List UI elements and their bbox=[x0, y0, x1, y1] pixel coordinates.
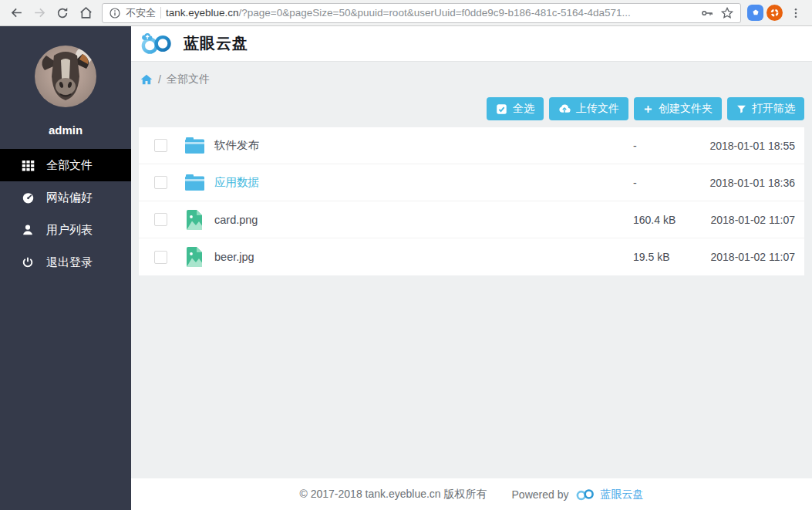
file-size: - bbox=[633, 177, 678, 189]
footer-brand-link[interactable]: 蓝眼云盘 bbox=[575, 488, 643, 502]
copyright-text: © 2017-2018 tank.eyeblue.cn 版权所有 bbox=[300, 488, 487, 502]
breadcrumb: / 全部文件 bbox=[139, 73, 804, 86]
row-checkbox[interactable] bbox=[154, 176, 167, 189]
back-button[interactable] bbox=[6, 3, 26, 23]
extension-orange-glyph bbox=[769, 7, 780, 19]
home-breadcrumb-icon[interactable] bbox=[140, 73, 153, 86]
file-row-folder-1[interactable]: 软件发布 - 2018-01-01 18:55 bbox=[139, 127, 804, 164]
breadcrumb-separator: / bbox=[158, 73, 161, 86]
bookmark-star-icon[interactable] bbox=[720, 6, 734, 20]
address-separator bbox=[160, 7, 161, 19]
file-name[interactable]: beer.jpg bbox=[214, 251, 633, 263]
file-name[interactable]: 软件发布 bbox=[214, 138, 633, 153]
file-list: 软件发布 - 2018-01-01 18:55 应用数据 - 2018-01-0… bbox=[139, 127, 804, 275]
grid-icon bbox=[21, 159, 35, 172]
url-domain: tank.eyeblue.cn bbox=[166, 7, 239, 19]
upload-file-button[interactable]: 上传文件 bbox=[549, 97, 628, 120]
browser-toolbar: 不安全 tank.eyeblue.cn/?page=0&pageSize=50&… bbox=[0, 0, 812, 26]
open-filter-button[interactable]: 打开筛选 bbox=[727, 97, 804, 120]
select-all-label: 全选 bbox=[513, 102, 534, 116]
plus-icon bbox=[643, 104, 653, 114]
main-area: 蓝眼云盘 / 全部文件 全选 上传文件 创建文件夹 bbox=[131, 26, 812, 510]
row-checkbox[interactable] bbox=[154, 251, 167, 264]
address-bar[interactable]: 不安全 tank.eyeblue.cn/?page=0&pageSize=50&… bbox=[102, 3, 741, 23]
avatar[interactable] bbox=[35, 46, 96, 107]
cloud-upload-icon bbox=[558, 103, 571, 115]
create-folder-label: 创建文件夹 bbox=[659, 102, 713, 116]
app-window: admin 全部文件 网站偏好 用户列表 bbox=[0, 26, 812, 510]
powered-by-text: Powered by bbox=[512, 488, 569, 501]
upload-file-label: 上传文件 bbox=[576, 102, 619, 116]
dashboard-icon bbox=[21, 191, 35, 204]
file-name[interactable]: 应用数据 bbox=[214, 175, 633, 190]
username-label: admin bbox=[0, 123, 131, 137]
footer-logo-icon bbox=[575, 488, 596, 501]
content-area: / 全部文件 全选 上传文件 创建文件夹 打开筛选 bbox=[131, 62, 812, 478]
sidebar-item-user-list[interactable]: 用户列表 bbox=[0, 214, 131, 246]
refresh-button[interactable] bbox=[52, 3, 72, 23]
file-date: 2018-01-02 11:07 bbox=[709, 251, 795, 263]
back-arrow-icon bbox=[9, 5, 24, 20]
file-size: 19.5 kB bbox=[633, 251, 678, 263]
open-filter-label: 打开筛选 bbox=[752, 102, 795, 116]
footer: © 2017-2018 tank.eyeblue.cn 版权所有 Powered… bbox=[131, 478, 812, 510]
extension-blue-icon[interactable] bbox=[747, 5, 763, 21]
select-all-button[interactable]: 全选 bbox=[487, 97, 544, 120]
file-name[interactable]: card.png bbox=[214, 214, 633, 226]
extension-blue-glyph bbox=[751, 8, 760, 18]
goat-avatar-image bbox=[35, 46, 96, 107]
extension-orange-icon[interactable] bbox=[767, 5, 783, 21]
file-date: 2018-01-01 18:55 bbox=[709, 140, 795, 152]
sidebar-item-label: 用户列表 bbox=[46, 223, 93, 238]
sidebar-menu: 全部文件 网站偏好 用户列表 退出登录 bbox=[0, 149, 131, 279]
sidebar: admin 全部文件 网站偏好 用户列表 bbox=[0, 26, 131, 510]
browser-menu-button[interactable] bbox=[786, 3, 806, 23]
url-text[interactable]: tank.eyeblue.cn/?page=0&pageSize=50&puui… bbox=[166, 7, 696, 19]
file-size: - bbox=[633, 140, 678, 152]
sidebar-item-all-files[interactable]: 全部文件 bbox=[0, 149, 131, 181]
row-checkbox[interactable] bbox=[154, 139, 167, 152]
image-file-icon bbox=[184, 210, 204, 230]
image-file-icon bbox=[184, 247, 204, 267]
app-title: 蓝眼云盘 bbox=[184, 33, 248, 54]
action-toolbar: 全选 上传文件 创建文件夹 打开筛选 bbox=[139, 97, 804, 120]
check-square-icon bbox=[496, 103, 507, 115]
folder-icon bbox=[184, 137, 204, 154]
url-path: /?page=0&pageSize=50&puuid=root&userUuid… bbox=[239, 7, 631, 19]
file-row-image-2[interactable]: beer.jpg 19.5 kB 2018-01-02 11:07 bbox=[139, 238, 804, 275]
file-date: 2018-01-01 18:36 bbox=[709, 177, 795, 189]
forward-button[interactable] bbox=[29, 3, 49, 23]
file-size: 160.4 kB bbox=[633, 214, 678, 226]
file-date: 2018-01-02 11:07 bbox=[709, 214, 795, 226]
file-row-image-1[interactable]: card.png 160.4 kB 2018-01-02 11:07 bbox=[139, 201, 804, 238]
app-header: 蓝眼云盘 bbox=[131, 26, 812, 62]
home-button[interactable] bbox=[76, 3, 96, 23]
sidebar-item-site-preferences[interactable]: 网站偏好 bbox=[0, 181, 131, 214]
breadcrumb-current[interactable]: 全部文件 bbox=[167, 73, 210, 86]
create-folder-button[interactable]: 创建文件夹 bbox=[634, 97, 722, 120]
sidebar-item-label: 退出登录 bbox=[46, 255, 93, 270]
filter-icon bbox=[736, 104, 746, 114]
home-icon bbox=[79, 5, 93, 20]
address-bar-icons bbox=[700, 6, 734, 20]
key-icon[interactable] bbox=[700, 6, 714, 20]
info-icon[interactable] bbox=[109, 7, 121, 19]
file-row-folder-2[interactable]: 应用数据 - 2018-01-01 18:36 bbox=[139, 164, 804, 201]
forward-arrow-icon bbox=[32, 5, 47, 20]
row-checkbox[interactable] bbox=[154, 213, 167, 226]
user-icon bbox=[21, 224, 35, 236]
refresh-icon bbox=[56, 6, 69, 20]
power-icon bbox=[21, 256, 35, 269]
sidebar-item-label: 全部文件 bbox=[46, 158, 93, 173]
three-dots-menu-icon bbox=[790, 7, 802, 19]
app-logo-icon bbox=[140, 32, 175, 55]
footer-brand-text: 蓝眼云盘 bbox=[600, 488, 643, 502]
security-label[interactable]: 不安全 bbox=[126, 6, 156, 20]
sidebar-item-logout[interactable]: 退出登录 bbox=[0, 246, 131, 279]
sidebar-item-label: 网站偏好 bbox=[46, 191, 93, 205]
folder-icon bbox=[184, 174, 204, 191]
